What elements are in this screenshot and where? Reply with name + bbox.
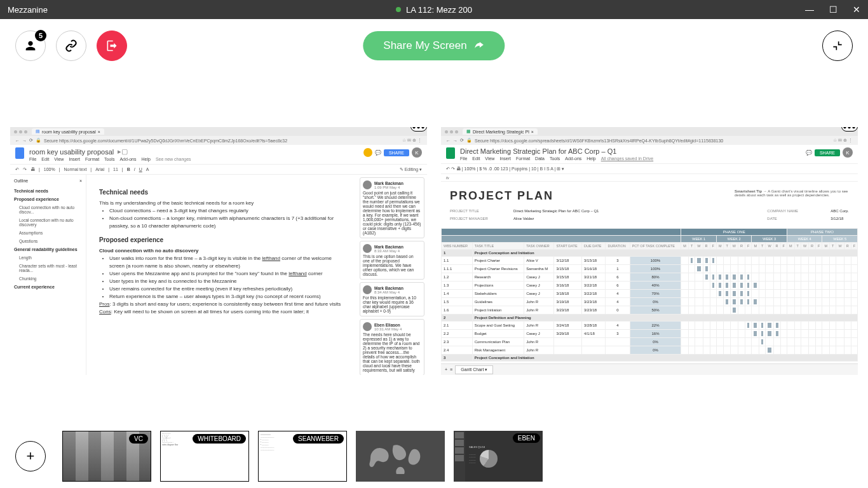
outline-item: Local connection with no auto discovery: [14, 216, 82, 229]
comment: Mark Backman8:34 AM May 4For this implem…: [360, 282, 424, 316]
bullet: User walks into room for the first time …: [109, 255, 344, 270]
back-icon: ←: [15, 139, 20, 143]
exit-icon: [105, 39, 118, 52]
bullet: User remains connected for the entire me…: [109, 285, 344, 293]
exit-button[interactable]: [97, 30, 127, 61]
close-icon[interactable]: ✕: [853, 4, 860, 15]
sheets-favicon-icon: ▦: [466, 129, 471, 134]
comments-icon: 💬: [375, 150, 381, 156]
panel-left[interactable]: ●●● ▤ room key usability proposal × ← → …: [10, 127, 427, 375]
minimize-icon[interactable]: —: [805, 4, 814, 15]
avatar-icon: [363, 285, 372, 294]
sheet-menu: File Edit View Insert Format Data Tools …: [460, 156, 801, 161]
fullscreen-exit-button[interactable]: [822, 30, 853, 61]
bullet: Cloud connections – need a 3-digit key t…: [109, 207, 344, 215]
traffic-light-icon: [455, 130, 458, 133]
formula-bar: fx: [441, 174, 858, 182]
add-source-button[interactable]: +: [15, 441, 46, 471]
heading: Proposed experience: [99, 235, 344, 245]
sheet-header: Direct Marketing Strategic Plan for ABC …: [441, 145, 858, 164]
thumb-label: SEANWEBER: [293, 434, 344, 444]
bullet: Return experience is the same – user alw…: [109, 293, 344, 301]
underline: U: [139, 167, 142, 172]
thumb-label: WHITEBOARD: [193, 434, 246, 444]
style: Normal text: [64, 167, 87, 172]
menu-help: Help: [142, 157, 151, 161]
plan-meta: PROJECT TITLEDirect Marketing Strategic …: [450, 209, 849, 220]
meta-label: PROJECT TITLE: [450, 209, 494, 213]
thumb-label: VC: [129, 434, 148, 444]
thumbnail-vc[interactable]: VC: [62, 431, 151, 482]
outline-item: Technical needs: [14, 187, 82, 195]
print-icon: 🖶: [31, 167, 35, 172]
meta-value: ABC Corp.: [831, 209, 849, 213]
outline-item: Proposed experience: [14, 195, 82, 203]
addr-icons: ☆ ✉ ⊕ ⋮: [833, 138, 853, 143]
menu-tools: Tools: [104, 157, 114, 161]
menu-edit: Edit: [41, 157, 49, 161]
traffic-light-icon: [450, 130, 453, 133]
thumbnail-map[interactable]: [356, 431, 445, 482]
sheet-title: Direct Marketing Strategic Plan for ABC …: [460, 147, 616, 155]
meta-value: 3/12/18: [831, 217, 843, 220]
browser-tab: ▤ room key usability proposal ×: [32, 128, 104, 135]
outline-item: Character sets with most - least reada..…: [14, 262, 82, 274]
menu-edit: Edit: [472, 156, 480, 161]
addr-icons: ☆ ✉ ⊕ ⋮: [402, 138, 422, 143]
url-text: Secure https://docs.google.com/spreadshe…: [475, 139, 723, 143]
link-icon: [65, 39, 78, 52]
outline-item: Length: [14, 254, 82, 262]
changes-note: All changes saved in Drive: [601, 156, 654, 161]
link-button[interactable]: [56, 30, 86, 61]
share-screen-button[interactable]: Share My Screen: [363, 31, 505, 60]
traffic-light-icon: [445, 130, 448, 133]
paragraph: Pros: 3 digits is short and easy for use…: [99, 301, 344, 308]
share-button: SHARE: [384, 149, 409, 156]
gantt-table: PHASE ONEPHASE TWOWEEK 1WEEK 2WEEK 3WEEK…: [441, 228, 858, 362]
thumb-preview: [356, 431, 445, 482]
sheet-toolbar: ↶ ↷ 🖶 | 100% | $ % .0 .00 123 | Poppins …: [441, 164, 858, 174]
outline-item: Cloud connection with no auto discov...: [14, 203, 82, 216]
traffic-light-icon: [19, 130, 22, 133]
menu-format: Format: [516, 156, 530, 161]
doc-toolbar: ↶ ↷ 🖶 | 100% | Normal text | Arial | 11 …: [10, 165, 427, 175]
app-name: Mezzanine: [8, 5, 48, 15]
menu-help: Help: [587, 156, 595, 161]
traffic-light-icon: [24, 130, 27, 133]
undo-icon: ↶: [15, 167, 19, 172]
outline-item: General readability guidelines: [14, 245, 82, 254]
folder-icon: ▸▢: [118, 147, 128, 156]
thumbnail-eben[interactable]: SALES Q1/18 ──────────────────── EBEN: [454, 431, 543, 482]
menu-view: View: [485, 156, 494, 161]
doc-frame: ▤ room key usability proposal × ← → ⟳ 🔒 …: [10, 127, 427, 375]
share-label: Share My Screen: [383, 39, 466, 52]
main-toolbar: 5 Share My Screen: [0, 19, 868, 72]
address-bar: ← → ⟳ 🔒 Secure https://docs.google.com/d…: [10, 136, 427, 145]
heading: Technical needs: [99, 187, 344, 197]
zoom: 100%: [44, 167, 55, 172]
panel-right[interactable]: ●●● ▦ Direct Marketing Strategic Pl × ← …: [441, 127, 858, 375]
avatar-icon: [363, 322, 372, 331]
plan-tip: Smartsheet Tip → A Gantt chart's visual …: [735, 189, 849, 197]
paragraph: Cons: Key will need to be shown on scree…: [99, 308, 344, 316]
collapse-icon: [831, 39, 844, 52]
doc-title: room key usability proposal: [29, 148, 114, 156]
participants-button[interactable]: 5: [15, 30, 46, 61]
thumbnail-seanweber[interactable]: ━━━━━━━━──────────• ─────• ─────• ──────…: [258, 431, 347, 482]
bullet: User opens the Mezzanine app and is prom…: [109, 270, 344, 278]
thumbnail-whiteboard[interactable]: ⌂─○─□─○│ ╲ │ ╱○──●──○╱ │ ╲□─○─□─○─□notes…: [160, 431, 249, 482]
browser-tab: ▦ Direct Marketing Strategic Pl ×: [463, 128, 538, 135]
doc-header: room key usability proposal ▸▢ File Edit…: [10, 145, 427, 165]
size: 11: [113, 167, 118, 172]
window-controls: — ☐ ✕: [805, 4, 860, 15]
bullet: User types in the key and is connected t…: [109, 278, 344, 285]
doc-menu: File Edit View Insert Format Tools Add-o…: [29, 157, 358, 161]
forward-icon: →: [453, 139, 458, 143]
all-sheets-icon: ≡: [450, 367, 452, 372]
editing-mode: Editing: [405, 167, 418, 172]
maximize-icon[interactable]: ☐: [829, 4, 837, 15]
person-icon: [24, 39, 37, 53]
add-sheet-icon: +: [445, 367, 447, 372]
lock-icon: 🔒: [36, 138, 41, 143]
doc-favicon-icon: ▤: [36, 129, 40, 134]
